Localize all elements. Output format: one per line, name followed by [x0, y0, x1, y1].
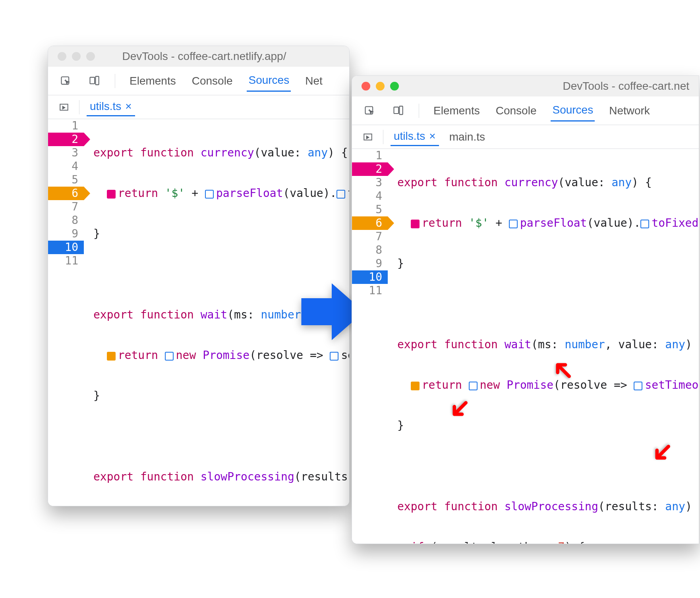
close-icon[interactable]: ×: [125, 100, 131, 113]
svg-rect-2: [96, 76, 99, 85]
traffic-max-icon[interactable]: [86, 52, 95, 61]
file-tab-main[interactable]: main.ts: [446, 128, 488, 146]
inspect-icon[interactable]: [58, 73, 73, 89]
file-tabs: utils.ts×: [48, 95, 349, 119]
traffic-min-icon[interactable]: [376, 82, 385, 91]
navigator-icon[interactable]: [56, 99, 72, 115]
file-tabs: utils.ts× main.ts: [352, 125, 699, 149]
divider: [383, 130, 383, 144]
titlebar: DevTools - coffee-cart.net: [352, 76, 699, 96]
titlebar: DevTools - coffee-cart.netlify.app/: [48, 46, 349, 67]
svg-rect-11: [400, 106, 403, 114]
tab-sources[interactable]: Sources: [551, 100, 595, 122]
file-tab-utils[interactable]: utils.ts×: [391, 127, 439, 146]
traffic-min-icon[interactable]: [72, 52, 81, 61]
devtools-window-left: DevTools - coffee-cart.netlify.app/ Elem…: [48, 46, 350, 506]
traffic-close-icon[interactable]: [58, 52, 66, 61]
svg-rect-1: [90, 77, 95, 83]
devtools-window-right: DevTools - coffee-cart.net Elements Cons…: [352, 75, 699, 544]
top-tabs: Elements Console Sources Net: [48, 67, 349, 95]
file-tab-utils[interactable]: utils.ts×: [87, 98, 135, 116]
navigator-icon[interactable]: [360, 129, 376, 145]
device-icon[interactable]: [86, 73, 102, 89]
device-icon[interactable]: [390, 103, 406, 119]
divider: [79, 100, 79, 114]
tab-console[interactable]: Console: [190, 71, 234, 91]
tab-console[interactable]: Console: [494, 100, 538, 121]
code-editor[interactable]: 1 2 3 4 5 6 7 8 9 10 11 export function …: [352, 149, 699, 544]
divider: [115, 74, 115, 88]
traffic-max-icon[interactable]: [390, 82, 399, 91]
divider: [419, 104, 419, 118]
tab-network[interactable]: Network: [607, 100, 652, 121]
traffic-close-icon[interactable]: [362, 82, 370, 91]
tab-network[interactable]: Net: [304, 71, 324, 91]
tab-elements[interactable]: Elements: [128, 71, 178, 91]
close-icon[interactable]: ×: [429, 130, 435, 143]
tab-sources[interactable]: Sources: [247, 70, 291, 92]
top-tabs: Elements Console Sources Network: [352, 96, 699, 125]
tab-elements[interactable]: Elements: [432, 100, 481, 121]
inspect-icon[interactable]: [362, 103, 377, 119]
svg-rect-10: [394, 107, 399, 113]
window-title: DevTools - coffee-cart.netlify.app/: [101, 50, 340, 63]
window-title: DevTools - coffee-cart.net: [404, 80, 689, 93]
